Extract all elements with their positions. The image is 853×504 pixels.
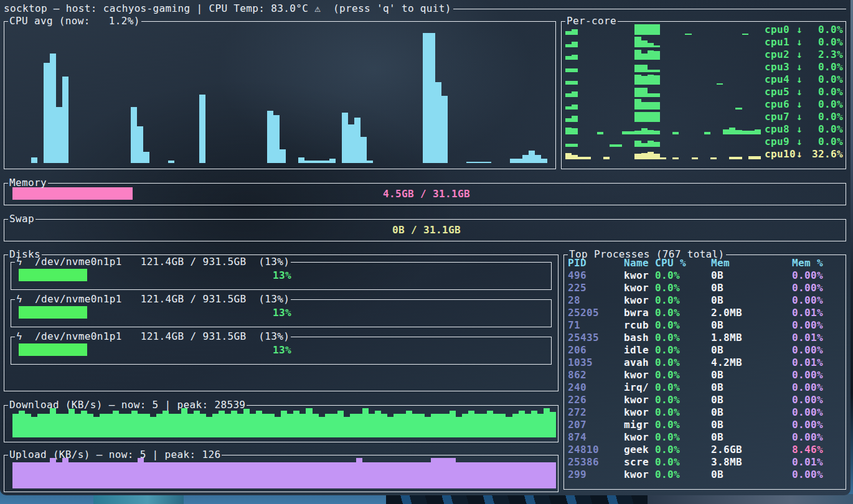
bar bbox=[572, 116, 578, 121]
process-name: kwor bbox=[624, 394, 655, 406]
bar bbox=[541, 159, 547, 163]
bar bbox=[485, 162, 491, 163]
bar bbox=[44, 63, 50, 163]
bar bbox=[225, 414, 231, 437]
bar bbox=[735, 130, 742, 134]
bar bbox=[525, 462, 531, 488]
core-sparkline bbox=[565, 74, 761, 85]
disk-item: ϟ /dev/nvme0n1p1 121.4GB / 931.5GB (13%)… bbox=[11, 256, 552, 290]
bar bbox=[267, 111, 273, 163]
top-row: CPU avg (now: 1.2%) Per-core cpu0↓0.0% bbox=[4, 15, 846, 169]
bar bbox=[648, 152, 654, 159]
bar bbox=[268, 414, 275, 437]
process-mem: 0B bbox=[711, 406, 792, 418]
bar bbox=[199, 95, 205, 163]
core-row: cpu1↓0.0% bbox=[565, 35, 843, 48]
disk-gauge-label: 13% bbox=[19, 306, 545, 319]
core-name: cpu1 bbox=[765, 36, 796, 48]
core-label: cpu4↓0.0% bbox=[765, 73, 843, 85]
process-name: kwor bbox=[624, 431, 655, 443]
bar bbox=[648, 112, 654, 121]
core-row: cpu7↓0.0% bbox=[565, 110, 843, 123]
process-mem: 1.8MB bbox=[711, 332, 792, 343]
core-row: cpu8↓0.0% bbox=[565, 123, 843, 135]
lightning-icon: ϟ bbox=[16, 330, 22, 342]
bar bbox=[194, 462, 200, 488]
bar bbox=[381, 414, 387, 437]
core-label: cpu10↓32.6% bbox=[765, 148, 843, 160]
bar bbox=[512, 462, 519, 488]
process-cpu: 0.0% bbox=[655, 269, 711, 281]
bar bbox=[31, 462, 37, 488]
bar bbox=[473, 162, 479, 163]
bar bbox=[648, 102, 654, 110]
process-pid: 226 bbox=[568, 394, 624, 406]
bar bbox=[119, 462, 125, 488]
process-cpu: 0.0% bbox=[655, 394, 711, 406]
process-mem-pct: 0.00% bbox=[792, 294, 842, 306]
bar bbox=[685, 34, 691, 35]
core-sparkline bbox=[565, 111, 761, 122]
bar bbox=[344, 462, 350, 488]
bar bbox=[565, 68, 572, 72]
process-pid: 24810 bbox=[568, 444, 624, 455]
core-row: cpu10↓32.6% bbox=[565, 147, 843, 160]
bar bbox=[144, 414, 150, 437]
bar bbox=[654, 51, 660, 60]
bar bbox=[100, 462, 106, 488]
bar bbox=[544, 408, 550, 437]
bar bbox=[499, 414, 506, 437]
bar bbox=[12, 414, 19, 437]
bar bbox=[212, 414, 219, 437]
process-cpu: 0.0% bbox=[655, 319, 711, 331]
bar bbox=[138, 414, 144, 437]
bar bbox=[648, 93, 654, 96]
bar bbox=[163, 462, 169, 488]
bar bbox=[50, 54, 56, 163]
bar bbox=[356, 458, 362, 488]
process-table-rows: 496 kwor 0.0% 0B 0.00% 225 kwor 0.0% 0B … bbox=[568, 269, 842, 480]
memory-panel-border: Memory bbox=[4, 177, 846, 188]
terminal-window[interactable]: socktop — host: cachyos-gaming | CPU Tem… bbox=[0, 0, 851, 495]
bar bbox=[125, 462, 131, 488]
bar bbox=[572, 29, 578, 35]
bar bbox=[268, 462, 275, 488]
bar bbox=[367, 161, 373, 163]
bar bbox=[68, 462, 75, 488]
bar bbox=[506, 462, 512, 488]
bar bbox=[369, 462, 375, 488]
bar bbox=[138, 458, 144, 488]
core-sparkline bbox=[565, 49, 761, 60]
process-mem: 3.8MB bbox=[711, 456, 792, 468]
bar bbox=[641, 128, 648, 134]
bar bbox=[572, 42, 578, 47]
process-cpu: 0.0% bbox=[655, 332, 711, 343]
bottom-left-column: Disks ϟ /dev/nvme0n1p1 121.4GB / 931.5GB… bbox=[4, 248, 558, 492]
bar bbox=[19, 411, 25, 437]
memory-gauge-label: 4.5GB / 31.1GB bbox=[12, 187, 841, 200]
bar bbox=[597, 132, 603, 134]
swap-gauge: 0B / 31.1GB bbox=[12, 223, 841, 236]
bar bbox=[519, 411, 525, 437]
bar bbox=[450, 411, 456, 437]
swap-panel-border: Swap bbox=[4, 213, 846, 224]
bar bbox=[280, 149, 286, 163]
bar bbox=[262, 462, 268, 488]
bar bbox=[641, 54, 648, 59]
bar bbox=[194, 411, 200, 437]
core-name: cpu7 bbox=[765, 111, 796, 123]
bar bbox=[641, 65, 648, 72]
bar bbox=[31, 417, 37, 437]
core-usage-value: 0.0% bbox=[805, 61, 843, 73]
process-mem-pct: 0.00% bbox=[792, 269, 842, 281]
bar bbox=[119, 414, 125, 437]
bar bbox=[660, 157, 666, 159]
core-usage-value: 2.3% bbox=[805, 49, 843, 60]
process-mem: 0B bbox=[711, 294, 792, 306]
bar bbox=[412, 414, 418, 437]
bar bbox=[506, 417, 512, 437]
swap-gauge-label: 0B / 31.1GB bbox=[12, 223, 841, 236]
core-usage-value: 0.0% bbox=[805, 36, 843, 48]
bar bbox=[499, 462, 506, 488]
bar bbox=[87, 462, 93, 488]
